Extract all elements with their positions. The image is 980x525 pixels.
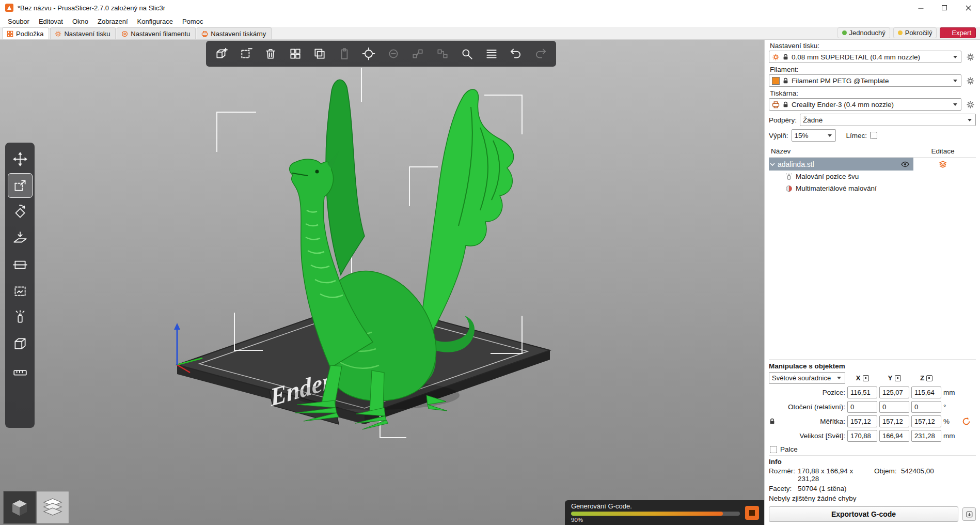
brim-checkbox[interactable] [870,132,877,139]
cancel-gcode-button[interactable] [745,506,759,520]
volume-info-label: Objem: [874,467,901,483]
plater-icon [7,30,13,37]
uniform-scale-lock-icon[interactable] [769,418,776,425]
mode-expert[interactable]: Expert [940,27,976,38]
rotate-icon [12,204,28,220]
mode-expert-label: Expert [952,29,971,37]
menu-soubor[interactable]: Soubor [3,17,34,26]
rotation-x-input[interactable] [847,401,877,413]
app-logo-icon [5,4,13,12]
search-button[interactable] [455,43,478,65]
size-y-input[interactable] [879,430,909,442]
seam-painting-tool-button[interactable] [8,305,32,329]
undo-button[interactable] [504,43,527,65]
redo-button[interactable] [529,43,552,65]
add-object-button[interactable] [210,43,233,65]
delete-object-button[interactable] [235,43,258,65]
cut-tool-button[interactable] [8,253,32,276]
rotation-z-input[interactable] [911,401,941,413]
object-row-adalinda[interactable]: adalinda.stl [769,158,976,171]
arrange-button[interactable] [284,43,307,65]
editor-view-button[interactable] [3,491,36,524]
coordinate-system-combo[interactable]: Světové souřadnice [769,372,845,384]
position-z-input[interactable] [911,387,941,398]
paste-button[interactable] [333,43,356,65]
mode-dot [842,30,847,35]
object-subitem-seam[interactable]: Malování pozice švu [769,171,976,182]
close-button[interactable] [956,0,980,16]
axis-x-header: X [847,374,877,382]
variable-layer-height-button[interactable] [480,43,503,65]
size-z-input[interactable] [911,430,941,442]
export-gcode-button[interactable]: Exportovat G-code [769,506,958,522]
add-instance-button[interactable] [357,43,380,65]
supports-combo[interactable]: Žádné [800,114,976,126]
object-editing-icon[interactable] [939,160,947,168]
export-settings-button[interactable] [962,507,976,521]
tab-plater[interactable]: Podložka [2,27,49,39]
object-name: adalinda.stl [778,160,814,168]
viewport-3d[interactable]: Ender [0,40,764,525]
split-to-parts-button[interactable] [431,43,454,65]
stop-icon [749,510,755,516]
lock-icon [782,101,789,108]
measure-tool-button[interactable] [8,358,32,382]
tab-print-settings[interactable]: Nastavení tisku [50,27,116,39]
move-tool-button[interactable] [8,147,32,171]
reset-scale-button[interactable] [961,416,971,427]
facets-info-label: Facety: [769,485,798,492]
mode-dot [898,30,903,35]
scale-y-input[interactable] [879,415,909,427]
size-x-input[interactable] [847,430,877,442]
infill-combo[interactable]: 15% [792,129,836,142]
mode-simple-label: Jednoduchý [849,29,886,37]
expand-caret-icon[interactable] [770,162,775,167]
rotation-y-input[interactable] [879,401,909,413]
axis-x-icon[interactable] [863,375,869,381]
inches-checkbox[interactable] [770,446,777,453]
remove-instance-button[interactable] [382,43,405,65]
menu-pomoc[interactable]: Pomoc [178,17,208,26]
visibility-eye-icon[interactable] [901,160,909,168]
cube-plus-icon [215,47,228,60]
printer-gear-button[interactable] [965,99,976,110]
tab-filament-settings[interactable]: Nastavení filamentu [117,27,196,39]
axis-y-icon[interactable] [895,375,901,381]
support-painting-tool-button[interactable] [8,279,32,303]
delete-all-button[interactable] [259,43,282,65]
object-subitem-mmu[interactable]: Multimateriálové malování [769,182,976,194]
scale-tool-button[interactable] [8,174,32,197]
mode-simple[interactable]: Jednoduchý [837,27,890,38]
axis-z-icon[interactable] [926,375,932,381]
print-settings-gear-button[interactable] [965,51,976,63]
chevron-down-icon [953,103,957,106]
filament-combo[interactable]: Filament PM PETG @Template [769,74,961,87]
menu-zobrazeni[interactable]: Zobrazení [93,17,133,26]
mode-advanced[interactable]: Pokročilý [893,27,937,38]
progress-message: Generování G-code. [571,503,740,510]
rotate-tool-button[interactable] [8,200,32,224]
scale-x-input[interactable] [847,415,877,427]
mmu-paint-icon [12,336,28,351]
position-y-input[interactable] [879,387,909,398]
scale-z-input[interactable] [911,415,941,427]
menu-editovat[interactable]: Editovat [34,17,68,26]
position-x-input[interactable] [847,387,877,398]
mmu-painting-tool-button[interactable] [8,332,32,356]
split-to-objects-button[interactable] [406,43,429,65]
menu-konfigurace[interactable]: Konfigurace [133,17,178,26]
maximize-button[interactable] [932,0,956,16]
menu-okno[interactable]: Okno [68,17,93,26]
name-column-header: Název [769,147,913,155]
tab-printer-settings[interactable]: Nastavení tiskárny [197,27,272,39]
mode-dot [944,30,949,35]
print-settings-combo[interactable]: 0.08 mm SUPERDETAIL (0.4 mm nozzle) [769,51,961,63]
minimize-button[interactable] [909,0,932,16]
filament-gear-button[interactable] [965,75,976,86]
place-on-face-tool-button[interactable] [8,226,32,250]
gcode-progress-popup: Generování G-code. 90% [565,500,764,525]
printer-combo[interactable]: Creality Ender-3 (0.4 mm nozzle) [769,98,961,111]
copy-button[interactable] [308,43,331,65]
preview-view-button[interactable] [36,491,69,524]
position-unit: mm [943,389,959,396]
